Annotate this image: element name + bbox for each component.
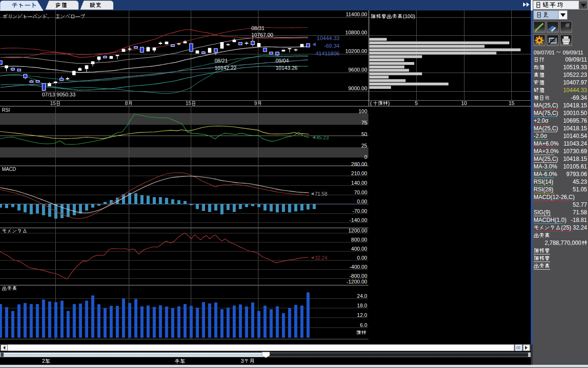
- svg-text:25: 25: [361, 143, 367, 148]
- svg-text:15: 15: [186, 100, 191, 106]
- svg-text:75: 75: [361, 120, 367, 126]
- svg-text:MA(25,C): MA(25,C): [534, 125, 558, 132]
- svg-text:+2.0σ: +2.0σ: [534, 117, 549, 124]
- svg-text:10200.00: 10200.00: [345, 48, 367, 54]
- svg-text:24.0: 24.0: [357, 293, 367, 299]
- svg-text:9: 9: [254, 100, 257, 106]
- svg-text:45.23: 45.23: [573, 179, 587, 185]
- svg-text:09/04: 09/04: [276, 58, 289, 63]
- svg-text:10730.69: 10730.69: [563, 148, 587, 155]
- svg-text:-400.00: -400.00: [350, 264, 367, 270]
- svg-text:(25): (25): [561, 224, 571, 231]
- svg-text:08/21: 08/21: [215, 58, 228, 63]
- svg-text:10: 10: [461, 100, 467, 106]
- svg-text:15: 15: [50, 100, 56, 106]
- svg-text:10444.33: 10444.33: [317, 35, 340, 41]
- svg-text:18.0: 18.0: [357, 303, 367, 308]
- svg-text:3: 3: [241, 358, 244, 364]
- svg-text:210.00: 210.00: [351, 170, 367, 176]
- svg-text:11400.00: 11400.00: [346, 11, 367, 17]
- svg-text:10142.22: 10142.22: [215, 65, 237, 71]
- svg-text:10418.15: 10418.15: [563, 156, 587, 162]
- svg-text:,: ,: [48, 14, 49, 19]
- svg-text:10140.54: 10140.54: [563, 133, 587, 139]
- svg-text:09/09/11: 09/09/11: [565, 56, 587, 63]
- svg-text:41411806: 41411806: [316, 51, 340, 56]
- svg-text:(: (: [370, 100, 372, 106]
- svg-text:-69.34: -69.34: [324, 43, 340, 49]
- svg-text:09/09/11: 09/09/11: [563, 50, 583, 55]
- svg-text:400.00: 400.00: [351, 246, 367, 252]
- svg-text:32.24: 32.24: [573, 224, 587, 231]
- svg-text:32.24: 32.24: [315, 255, 327, 261]
- svg-text:10695.76: 10695.76: [563, 117, 587, 124]
- svg-text:(100): (100): [403, 13, 415, 19]
- svg-text:10522.23: 10522.23: [563, 72, 587, 78]
- svg-text:12.0: 12.0: [357, 312, 367, 318]
- svg-text:MA+6.0%: MA+6.0%: [534, 140, 559, 147]
- svg-text:10407.97: 10407.97: [563, 79, 587, 86]
- svg-text:10767.00: 10767.00: [251, 32, 273, 38]
- svg-text:10143.26: 10143.26: [276, 65, 298, 71]
- svg-text:-18.81: -18.81: [571, 217, 587, 223]
- svg-text:MACD(12-26,C): MACD(12-26,C): [534, 194, 575, 200]
- svg-text:9600.00: 9600.00: [348, 67, 367, 73]
- svg-text:SIG(9): SIG(9): [534, 209, 550, 216]
- svg-text:45.23: 45.23: [316, 135, 329, 140]
- svg-text:-1200.00: -1200.00: [347, 279, 367, 284]
- svg-text:5: 5: [415, 100, 418, 106]
- svg-text:-140.00: -140.00: [350, 217, 367, 223]
- svg-text:140.00: 140.00: [351, 180, 367, 186]
- svg-text:09/07/01: 09/07/01: [534, 50, 555, 55]
- svg-text:100: 100: [359, 108, 367, 114]
- svg-text:6.0: 6.0: [360, 322, 367, 328]
- svg-text:800.00: 800.00: [351, 237, 367, 242]
- svg-text:MA+3.0%: MA+3.0%: [534, 148, 559, 155]
- svg-text:1200.00: 1200.00: [348, 228, 367, 233]
- svg-text:MA(25,C): MA(25,C): [534, 156, 558, 162]
- svg-text:RSI(14): RSI(14): [534, 179, 553, 185]
- svg-text:10418.15: 10418.15: [563, 102, 587, 109]
- svg-text:-70.00: -70.00: [352, 208, 367, 214]
- svg-text:70.00: 70.00: [354, 189, 367, 195]
- svg-text:08/31: 08/31: [251, 25, 265, 31]
- svg-text:10418.15: 10418.15: [563, 125, 587, 132]
- svg-text:280.00: 280.00: [351, 161, 367, 167]
- svg-text:MA(75,C): MA(75,C): [534, 110, 558, 116]
- svg-text:10519.33: 10519.33: [563, 64, 587, 71]
- svg-text:9000.00: 9000.00: [348, 85, 367, 91]
- svg-text:71.58: 71.58: [315, 191, 327, 197]
- svg-text:8: 8: [125, 100, 128, 106]
- svg-text:): ): [388, 100, 390, 106]
- svg-text:10010.50: 10010.50: [563, 110, 587, 116]
- svg-text:0.00: 0.00: [357, 199, 367, 204]
- svg-text:10444.33: 10444.33: [563, 87, 587, 94]
- svg-text:MACD: MACD: [2, 167, 16, 172]
- svg-text:RSI: RSI: [2, 107, 10, 113]
- svg-text:52.77: 52.77: [573, 201, 587, 208]
- svg-text:71.58: 71.58: [573, 209, 587, 216]
- svg-text:07/13 9050.33: 07/13 9050.33: [42, 92, 75, 97]
- svg-text:50: 50: [361, 131, 367, 137]
- svg-text:-800.00: -800.00: [350, 273, 367, 279]
- svg-text:2: 2: [42, 358, 45, 364]
- svg-text:-69.34: -69.34: [571, 95, 587, 101]
- svg-text:MA(25,C): MA(25,C): [534, 102, 558, 109]
- svg-text:0.00: 0.00: [357, 255, 367, 261]
- svg-text:RSI(28): RSI(28): [534, 186, 553, 193]
- svg-text:15: 15: [508, 100, 514, 106]
- svg-text:9793.06: 9793.06: [567, 171, 588, 178]
- svg-text:MA-6.0%: MA-6.0%: [534, 171, 557, 178]
- svg-text:MACDH(1.0): MACDH(1.0): [534, 217, 567, 223]
- svg-text:MA-3.0%: MA-3.0%: [534, 163, 557, 170]
- svg-text:10105.61: 10105.61: [563, 163, 587, 170]
- svg-text:51.05: 51.05: [573, 186, 587, 193]
- svg-text:11043.24: 11043.24: [564, 140, 587, 147]
- svg-text:-2.0σ: -2.0σ: [534, 133, 547, 139]
- svg-text:2,788,770,000: 2,788,770,000: [545, 240, 581, 246]
- svg-text:0: 0: [364, 154, 367, 160]
- svg-text:10800.00: 10800.00: [345, 30, 367, 35]
